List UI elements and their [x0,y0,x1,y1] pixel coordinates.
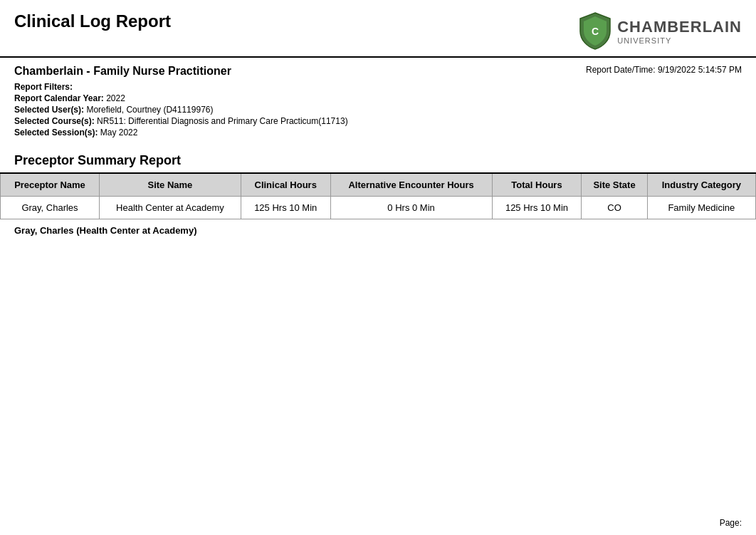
section-title: Preceptor Summary Report [0,146,756,172]
selected-courses-value: NR511: Differential Diagnosis and Primar… [97,116,348,126]
report-info-top: Chamberlain - Family Nurse Practitioner … [14,65,742,78]
calendar-year-line: Report Calendar Year: 2022 [14,93,742,103]
report-datetime-value: 9/19/2022 5:14:57 PM [658,65,742,75]
logo-shield-icon: C [577,11,613,51]
table-wrapper: Preceptor Name Site Name Clinical Hours … [0,172,756,219]
svg-text:C: C [592,26,599,37]
filters-label-line: Report Filters: [14,82,742,92]
calendar-year-value: 2022 [106,93,125,103]
page-label: Page: [720,518,742,528]
selected-courses-line: Selected Course(s): NR511: Differential … [14,116,742,126]
summary-row: Gray, Charles (Health Center at Academy) [0,219,756,241]
cell-clinical-hours: 125 Hrs 10 Min [241,197,330,219]
cell-site-state: CO [582,197,647,219]
report-info: Chamberlain - Family Nurse Practitioner … [0,58,756,146]
selected-sessions-label: Selected Session(s): [14,128,98,137]
program-name: Chamberlain - Family Nurse Practitioner [14,65,231,78]
report-datetime: Report Date/Time: 9/19/2022 5:14:57 PM [586,65,742,75]
preceptor-summary-table: Preceptor Name Site Name Clinical Hours … [0,172,756,219]
col-header-site-state: Site State [582,173,647,197]
table-row: Gray, CharlesHealth Center at Academy125… [1,197,756,219]
report-datetime-label: Report Date/Time: [586,65,656,75]
logo-area: C CHAMBERLAIN UNIVERSITY [577,11,742,51]
selected-users-value: Morefield, Courtney (D41119976) [86,105,213,115]
col-header-clinical-hours: Clinical Hours [241,173,330,197]
page-footer: Page: [720,518,742,528]
logo-sub-text: UNIVERSITY [617,36,742,45]
filter-section: Report Filters: Report Calendar Year: 20… [14,82,742,137]
table-header-row: Preceptor Name Site Name Clinical Hours … [1,173,756,197]
col-header-alt-encounter-hours: Alternative Encounter Hours [330,173,492,197]
logo-main-text: CHAMBERLAIN [617,18,742,36]
filters-label: Report Filters: [14,82,73,92]
cell-site-name: Health Center at Academy [99,197,241,219]
col-header-preceptor-name: Preceptor Name [1,173,100,197]
selected-courses-label: Selected Course(s): [14,116,95,126]
report-title: Clinical Log Report [14,11,171,31]
col-header-industry-category: Industry Category [647,173,755,197]
col-header-site-name: Site Name [99,173,241,197]
logo-text: CHAMBERLAIN UNIVERSITY [617,18,742,45]
selected-sessions-line: Selected Session(s): May 2022 [14,128,742,137]
selected-users-line: Selected User(s): Morefield, Courtney (D… [14,105,742,115]
cell-industry-category: Family Medicine [647,197,755,219]
page-header: Clinical Log Report C CHAMBERLAIN UNIVER… [0,0,756,58]
calendar-year-label: Report Calendar Year: [14,93,104,103]
cell-preceptor-name: Gray, Charles [1,197,100,219]
selected-users-label: Selected User(s): [14,105,84,115]
cell-alt-encounter-hours: 0 Hrs 0 Min [330,197,492,219]
col-header-total-hours: Total Hours [492,173,582,197]
cell-total-hours: 125 Hrs 10 Min [492,197,582,219]
selected-sessions-value: May 2022 [100,128,138,137]
